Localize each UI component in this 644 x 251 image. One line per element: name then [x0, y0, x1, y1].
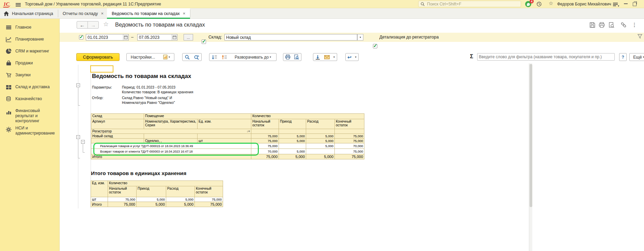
col-header-unit[interactable]: Ед. изм. — [198, 119, 251, 129]
period-options-button[interactable]: ... — [184, 34, 193, 41]
find-next-button[interactable] — [192, 53, 202, 61]
sidebar-item-purchases[interactable]: Закупки — [0, 72, 60, 82]
col-header-registrar[interactable]: Регистратор ↓≡ — [91, 129, 251, 134]
generate-button[interactable]: Сформировать — [76, 53, 120, 61]
sigma-icon[interactable]: Σ — [470, 53, 473, 60]
expand-groups-button[interactable] — [219, 53, 230, 61]
selected-cell-cursor[interactable] — [90, 65, 113, 73]
page-title: Ведомость по товарам на складах — [115, 21, 205, 28]
sidebar-item-main[interactable]: Главное — [0, 25, 60, 35]
notifications-icon[interactable]: 4 — [525, 1, 532, 7]
group-collapse-item[interactable]: − — [81, 140, 85, 144]
sidebar-item-sales[interactable]: Продажи — [0, 60, 60, 70]
favorites-star-icon[interactable]: ☆ — [549, 0, 553, 6]
cell-warehouse[interactable]: Новый склад — [91, 134, 144, 139]
back-button[interactable]: ← — [77, 21, 88, 29]
tab-home[interactable]: Начальная страница — [0, 8, 58, 19]
cell-nomenclature[interactable]: Одеялко, , — [144, 139, 198, 143]
col-header-income[interactable]: Приход — [279, 119, 306, 129]
period-checkbox[interactable]: ✓ — [79, 35, 83, 40]
preview-button[interactable] — [292, 53, 301, 61]
close-icon[interactable]: × — [101, 11, 104, 16]
col-header-closing[interactable]: Конечный остаток — [195, 186, 223, 197]
find-button[interactable] — [182, 53, 192, 61]
current-user[interactable]: Федоров Борис Михайлович — [557, 0, 611, 8]
col-header-opening[interactable]: Начальный остаток — [251, 119, 279, 129]
more-button[interactable]: Ещё▾ — [629, 53, 644, 61]
col-header-quantity[interactable]: Количество — [108, 181, 223, 186]
col-header-expense[interactable]: Расход — [306, 119, 335, 129]
service-menu-icon[interactable]: ▾ — [613, 2, 619, 7]
sidebar-item-crm[interactable]: CRM и маркетинг — [0, 48, 60, 59]
filter-funnel-icon[interactable] — [638, 34, 642, 38]
sidebar-item-treasury[interactable]: Казначейство — [0, 96, 60, 106]
tab-warehouse-reports[interactable]: Отчеты по складу × — [58, 8, 107, 19]
col-header-nomenclature[interactable]: Номенклатура, Характеристика, Серия — [144, 119, 198, 129]
cell-registrar-doc[interactable]: Реализация товаров и услуг ТДУТ-000015 о… — [91, 143, 251, 149]
date-to-field[interactable] — [137, 34, 177, 41]
col-header-opening[interactable]: Начальный остаток — [108, 186, 137, 197]
table-row-registrar-2: Возврат товаров от клиента ТДУТ-000003 о… — [91, 149, 364, 154]
col-header-warehouse[interactable]: Склад — [91, 114, 144, 119]
main-menu-icon[interactable] — [16, 2, 21, 7]
group-collapse-warehouse[interactable]: − — [76, 135, 80, 139]
cell-registrar-doc[interactable]: Возврат товаров от клиента ТДУТ-000003 о… — [91, 149, 251, 154]
quick-filter-field[interactable] — [477, 53, 615, 61]
calendar-icon[interactable] — [172, 34, 177, 40]
sort-icon[interactable]: ↓≡ — [247, 129, 250, 133]
save-icon[interactable] — [588, 21, 596, 29]
sidebar-item-warehouse[interactable]: Склад и доставка — [0, 84, 60, 94]
date-to-input[interactable] — [138, 35, 172, 40]
col-header-quantity[interactable]: Количество — [251, 114, 364, 119]
print-button[interactable] — [283, 53, 292, 61]
col-header-room[interactable]: Помещение — [144, 114, 251, 119]
scrollbar-thumb[interactable] — [530, 64, 532, 207]
more-actions-icon[interactable]: ⋮ — [631, 21, 638, 29]
sidebar-item-finance[interactable]: Финансовый результат и контроллинг — [0, 108, 60, 123]
calendar-icon[interactable] — [123, 34, 128, 40]
forward-button[interactable]: → — [88, 21, 99, 29]
search-input[interactable] — [426, 1, 518, 7]
close-icon[interactable]: × — [183, 11, 186, 16]
settings-button[interactable]: Настройки... — [126, 53, 159, 61]
collapse-groups-button[interactable] — [209, 53, 220, 61]
table-row-registrar-1: Реализация товаров и услуг ТДУТ-000015 о… — [91, 143, 364, 149]
date-from-field[interactable] — [86, 34, 129, 41]
link-icon[interactable] — [620, 21, 627, 29]
expand-to-dropdown[interactable]: Разворачивать до▾ — [230, 53, 277, 61]
send-mail-button[interactable] — [322, 53, 332, 61]
undo-dropdown[interactable]: ▾ — [353, 53, 359, 61]
detail-checkbox[interactable]: ✓ — [373, 44, 377, 48]
favorite-star-icon[interactable]: ☆ — [103, 20, 109, 28]
warehouse-checkbox[interactable]: ✓ — [202, 40, 206, 44]
send-mail-dropdown[interactable]: ▾ — [331, 53, 337, 61]
cell-total-label[interactable]: Итого — [91, 154, 251, 159]
date-from-input[interactable] — [86, 35, 123, 40]
warehouse-dropdown-button[interactable]: ▾ — [357, 34, 363, 41]
col-header-article[interactable]: Артикул — [91, 119, 144, 129]
save-report-button[interactable] — [313, 53, 323, 61]
sidebar-item-planning[interactable]: Планирование — [0, 36, 60, 47]
col-header-expense[interactable]: Расход — [166, 186, 195, 197]
undo-button[interactable]: ↩ — [345, 53, 354, 61]
quick-filter-input[interactable] — [477, 54, 614, 59]
sidebar-item-admin[interactable]: НСИ и администрирование — [0, 125, 60, 140]
restore-button[interactable] — [633, 2, 637, 6]
col-header-income[interactable]: Приход — [137, 186, 166, 197]
help-button[interactable]: ? — [619, 53, 627, 61]
global-search[interactable] — [418, 1, 521, 7]
report-variants-button[interactable]: ▾ — [159, 53, 174, 61]
print-preview-icon[interactable] — [608, 21, 615, 29]
warehouse-input[interactable] — [225, 35, 357, 40]
report-scrollbar[interactable] — [529, 63, 532, 251]
cell-unit[interactable]: шт — [198, 139, 251, 143]
history-icon[interactable] — [536, 1, 542, 7]
group-collapse-header[interactable]: − — [76, 83, 80, 87]
minimize-button[interactable] — [624, 3, 628, 4]
col-header-closing[interactable]: Конечный остаток — [335, 119, 364, 129]
gear-icon — [6, 127, 12, 132]
warehouse-field[interactable] — [224, 34, 357, 41]
tab-goods-statement[interactable]: Ведомость по товарам на складах × — [107, 8, 190, 19]
print-icon[interactable] — [598, 21, 606, 29]
col-header-unit[interactable]: Ед. изм. — [91, 181, 108, 197]
